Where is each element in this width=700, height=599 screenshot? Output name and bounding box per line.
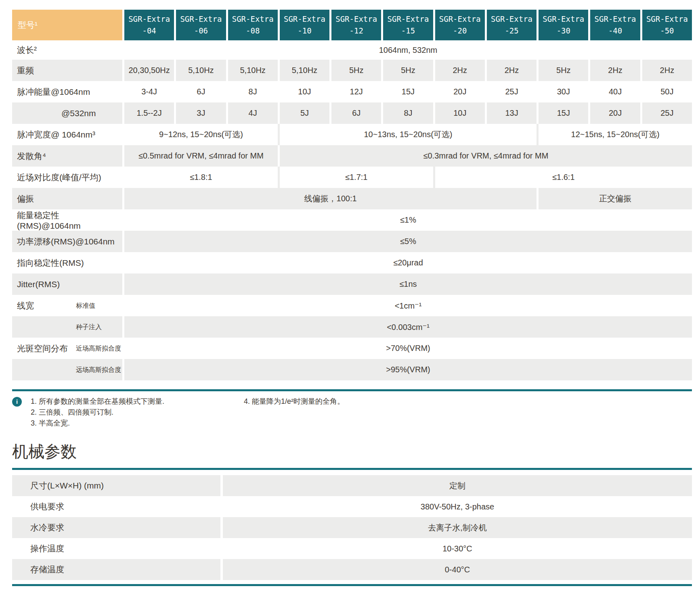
mechanical-top-rule	[12, 468, 692, 470]
mech-row-storage-temp: 存储温度 0-40°C	[12, 559, 692, 580]
spec-cell: 3J	[176, 102, 226, 124]
footnotes: i 1. 所有参数的测量全部在基频模式下测量. 2. 三倍频、四倍频可订制. 3…	[12, 396, 692, 429]
spec-cell: ≤20μrad	[124, 252, 692, 273]
mech-label-operating-temp: 操作温度	[12, 538, 220, 559]
spec-cell: ≤1%	[124, 209, 692, 231]
spec-cell: 6J	[176, 81, 226, 102]
model-header-08: SGR-Extra-08	[228, 10, 278, 40]
spec-group-cell: ≤0.5mrad for VRM, ≤4mrad for MM	[124, 145, 278, 167]
row-label-divergence: 发散角⁴	[12, 145, 122, 167]
spec-cell: 5J	[280, 102, 329, 124]
spec-cell: 5Hz	[383, 60, 433, 81]
spec-group-cell: ≤1.7:1	[280, 167, 433, 188]
footnote-1: 1. 所有参数的测量全部在基频模式下测量.	[31, 396, 244, 407]
model-header-25: SGR-Extra-25	[487, 10, 537, 40]
mech-value-storage-temp: 0-40°C	[223, 559, 692, 580]
spec-cell: >95%(VRM)	[124, 359, 692, 380]
spec-cell: 20,30,50Hz	[124, 60, 174, 81]
mech-row-operating-temp: 操作温度 10-30°C	[12, 538, 692, 559]
spec-sheet-page: 型号¹ SGR-Extra-04 SGR-Extra-06 SGR-Extra-…	[0, 0, 700, 586]
spec-cell: 5,10Hz	[228, 60, 278, 81]
spec-cell: 10J	[435, 102, 485, 124]
spec-cell: 5,10Hz	[280, 60, 329, 81]
row-label-energy-stability: 能量稳定性(RMS)@1064nm	[12, 209, 122, 231]
footnotes-left-column: 1. 所有参数的测量全部在基频模式下测量. 2. 三倍频、四倍频可订制. 3. …	[31, 396, 244, 429]
spec-cell: 8J	[228, 81, 278, 102]
mech-row-power-supply: 供电要求 380V-50Hz, 3-phase	[12, 496, 692, 517]
spec-cell: 5Hz	[539, 60, 588, 81]
row-label-linewidth-seeded: 种子注入	[12, 316, 122, 338]
spec-cell: 13J	[487, 102, 537, 124]
row-label-spatial-far: 远场高斯拟合度	[12, 359, 122, 380]
spec-cell: 3-4J	[124, 81, 174, 102]
spec-cell: 1.5--2J	[124, 102, 174, 124]
linewidth-standard-sublabel: 标准值	[76, 301, 95, 310]
row-label-spatial-distribution: 光斑空间分布 近场高斯拟合度	[12, 338, 122, 359]
spec-cell: 2Hz	[435, 60, 485, 81]
model-header-50: SGR-Extra-50	[642, 10, 692, 40]
spec-cell: 2Hz	[642, 60, 692, 81]
linewidth-main-label: 线宽	[17, 300, 34, 311]
row-wavelength: 波长² 1064nm, 532nm	[12, 40, 692, 60]
row-label-polarization: 偏振	[12, 188, 122, 209]
mech-label-storage-temp: 存储温度	[12, 559, 220, 580]
linewidth-seeded-sublabel: 种子注入	[76, 323, 102, 331]
spec-cell: 8J	[383, 102, 433, 124]
spec-cell: <1cm⁻¹	[124, 295, 692, 316]
mech-label-dimensions: 尺寸(L×W×H) (mm)	[12, 475, 220, 496]
row-label-wavelength: 波长²	[12, 40, 122, 60]
spec-group-cell: 正交偏振	[539, 188, 692, 209]
row-energy-stability: 能量稳定性(RMS)@1064nm ≤1%	[12, 209, 692, 231]
row-label-near-field-contrast: 近场对比度(峰值/平均)	[12, 167, 122, 188]
model-header-row: 型号¹ SGR-Extra-04 SGR-Extra-06 SGR-Extra-…	[12, 10, 692, 40]
row-near-field-contrast: 近场对比度(峰值/平均) ≤1.8:1 ≤1.7:1 ≤1.6:1	[12, 167, 692, 188]
mech-label-power-supply: 供电要求	[12, 496, 220, 517]
model-header-30: SGR-Extra-30	[539, 10, 588, 40]
spatial-far-sublabel: 远场高斯拟合度	[76, 365, 121, 374]
spec-cell: 1064nm, 532nm	[124, 40, 692, 60]
spec-cell: 25J	[487, 81, 537, 102]
spec-cell: 15J	[383, 81, 433, 102]
spec-group-cell: ≤0.3mrad for VRM, ≤4mrad for MM	[280, 145, 692, 167]
row-pulse-energy-1064: 脉冲能量@1064nm 3-4J 6J 8J 10J 12J 15J 20J 2…	[12, 81, 692, 102]
row-pointing-stability: 指向稳定性(RMS) ≤20μrad	[12, 252, 692, 273]
footnote-4: 4. 能量降为1/e²时测量的全角。	[244, 396, 344, 407]
mechanical-section-title: 机械参数	[12, 442, 692, 461]
spec-cell: <0.003cm⁻¹	[124, 316, 692, 338]
spec-cell: 12J	[331, 81, 381, 102]
footnote-2: 2. 三倍频、四倍频可订制.	[31, 407, 244, 418]
bottom-rule	[12, 584, 692, 586]
row-label-power-drift: 功率漂移(RMS)@1064nm	[12, 231, 122, 252]
row-polarization: 偏振 线偏振，100:1 正交偏振	[12, 188, 692, 209]
spec-cell: 2Hz	[487, 60, 537, 81]
spec-cell: ≤1ns	[124, 273, 692, 295]
spec-cell: 25J	[642, 102, 692, 124]
spec-cell: 10J	[280, 81, 329, 102]
section-divider	[12, 389, 692, 391]
spec-cell: 2Hz	[590, 60, 640, 81]
row-label-jitter: Jitter(RMS)	[12, 273, 122, 295]
mech-label-cooling: 水冷要求	[12, 517, 220, 538]
spec-cell: 5,10Hz	[176, 60, 226, 81]
row-pulse-width: 脉冲宽度@ 1064nm³ 9~12ns, 15~20ns(可选) 10~13n…	[12, 124, 692, 145]
model-header-15: SGR-Extra-15	[383, 10, 433, 40]
row-label-rep-rate: 重频	[12, 60, 122, 81]
spec-cell: 40J	[590, 81, 640, 102]
spec-cell: 20J	[435, 81, 485, 102]
spec-cell: 6J	[331, 102, 381, 124]
spec-cell: 15J	[539, 102, 588, 124]
spatial-main-label: 光斑空间分布	[17, 343, 68, 354]
row-pulse-energy-532: @532nm 1.5--2J 3J 4J 5J 6J 8J 10J 13J 15…	[12, 102, 692, 124]
spec-group-cell: 9~12ns, 15~20ns(可选)	[124, 124, 278, 145]
row-linewidth-seeded: 种子注入 <0.003cm⁻¹	[12, 316, 692, 338]
model-header-12: SGR-Extra-12	[331, 10, 381, 40]
mech-row-dimensions: 尺寸(L×W×H) (mm) 定制	[12, 475, 692, 496]
mech-value-dimensions: 定制	[223, 475, 692, 496]
model-header-06: SGR-Extra-06	[176, 10, 226, 40]
spec-cell: 50J	[642, 81, 692, 102]
row-spatial-far: 远场高斯拟合度 >95%(VRM)	[12, 359, 692, 380]
spec-cell: 30J	[539, 81, 588, 102]
model-row-label: 型号¹	[12, 10, 122, 40]
row-power-drift: 功率漂移(RMS)@1064nm ≤5%	[12, 231, 692, 252]
spec-group-cell: 线偏振，100:1	[124, 188, 537, 209]
